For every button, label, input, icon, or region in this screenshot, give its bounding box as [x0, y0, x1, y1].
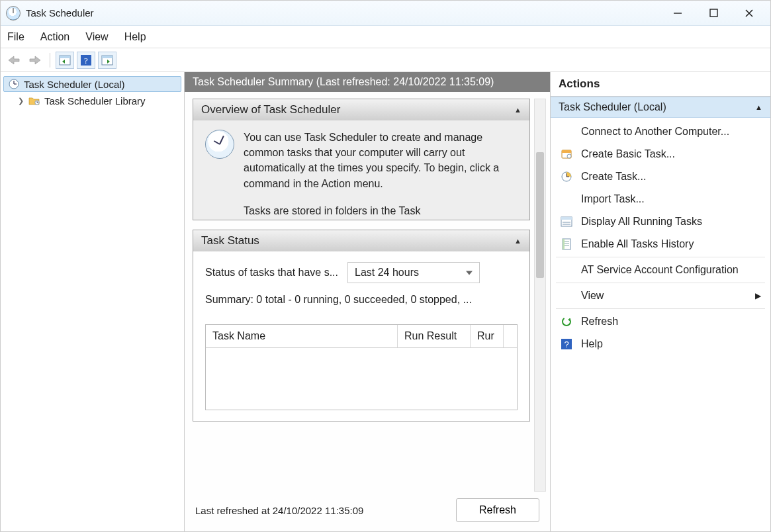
task-scheduler-window: Task Scheduler File Action View Help [0, 0, 771, 532]
actions-separator [556, 257, 765, 257]
timeframe-select[interactable]: Last 24 hours [347, 262, 480, 283]
status-filter-label: Status of tasks that have s... [205, 267, 338, 279]
task-scheduler-app-icon [6, 6, 21, 21]
overview-text-cut: Tasks are stored in folders in the Task [244, 203, 518, 218]
svg-rect-7 [60, 56, 70, 58]
last-refreshed-label: Last refreshed at 24/10/2022 11:35:09 [195, 505, 363, 516]
vertical-scrollbar[interactable] [534, 99, 546, 492]
window-controls [668, 4, 765, 22]
svg-marker-36 [568, 318, 570, 322]
close-button[interactable] [740, 4, 758, 22]
main-area: Task Scheduler (Local) ❯ Task Scheduler … [1, 72, 770, 531]
chevron-right-icon: ▶ [755, 291, 761, 300]
action-create-basic-task[interactable]: Create Basic Task... [551, 143, 770, 165]
actions-separator [556, 308, 765, 309]
action-label: Refresh [581, 316, 618, 328]
actions-scope-header[interactable]: Task Scheduler (Local) ▲ [551, 97, 770, 118]
collapse-icon: ▲ [514, 237, 522, 245]
center-footer: Last refreshed at 24/10/2022 11:35:09 Re… [185, 492, 550, 531]
actions-list: Connect to Another Computer... Create Ba… [551, 118, 770, 358]
task-status-title: Task Status [201, 234, 259, 247]
collapse-icon: ▲ [514, 106, 522, 114]
action-label: AT Service Account Configuration [581, 264, 739, 276]
tree-library[interactable]: ❯ Task Scheduler Library [15, 93, 181, 108]
panel-actions-icon [101, 55, 113, 66]
help-icon: ? [80, 54, 92, 66]
svg-point-22 [567, 154, 571, 158]
maximize-icon [709, 9, 718, 17]
svg-rect-1 [710, 9, 717, 17]
center-pane: Task Scheduler Summary (Last refreshed: … [185, 72, 551, 531]
center-body: Overview of Task Scheduler ▲ You can use… [185, 92, 550, 492]
nav-back-button[interactable] [5, 52, 23, 69]
nav-forward-button[interactable] [26, 52, 44, 69]
refresh-button[interactable]: Refresh [456, 498, 539, 522]
tree-library-label: Task Scheduler Library [44, 95, 146, 107]
actions-pane: Actions Task Scheduler (Local) ▲ Connect… [551, 72, 770, 531]
window-title: Task Scheduler [26, 7, 94, 19]
svg-marker-5 [30, 56, 40, 64]
overview-panel-title: Overview of Task Scheduler [201, 103, 340, 116]
svg-text:?: ? [564, 339, 568, 349]
console-tree: Task Scheduler (Local) ❯ Task Scheduler … [1, 72, 185, 531]
toolbar-show-hide-tree-button[interactable] [56, 52, 74, 69]
toolbar: ? [1, 48, 770, 72]
scrollbar-thumb[interactable] [536, 152, 544, 278]
task-status-body: Status of tasks that have s... Last 24 h… [193, 251, 529, 421]
task-status-table: Task Name Run Result Rur [205, 324, 518, 410]
expand-collapse-toggle[interactable]: ❯ [17, 97, 24, 105]
svg-text:?: ? [84, 56, 88, 66]
action-display-running[interactable]: Display All Running Tasks [551, 210, 770, 233]
overview-panel-header[interactable]: Overview of Task Scheduler ▲ [193, 99, 529, 120]
toolbar-help-button[interactable]: ? [77, 52, 95, 69]
history-icon [560, 238, 573, 251]
minimize-button[interactable] [668, 4, 687, 22]
action-label: Display All Running Tasks [581, 216, 702, 228]
tree-root-label: Task Scheduler (Local) [24, 79, 125, 90]
action-label: Import Task... [581, 193, 645, 205]
summary-header: Task Scheduler Summary (Last refreshed: … [185, 72, 550, 92]
overview-panel-body: You can use Task Scheduler to create and… [193, 120, 529, 220]
col-run[interactable]: Rur [471, 325, 504, 347]
running-tasks-icon [560, 215, 573, 228]
action-at-service[interactable]: AT Service Account Configuration [551, 259, 770, 281]
folder-icon [28, 95, 40, 107]
task-table-header: Task Name Run Result Rur [206, 325, 517, 348]
action-view[interactable]: View ▶ [551, 285, 770, 307]
actions-separator [556, 283, 765, 283]
help-icon: ? [560, 337, 573, 351]
menubar: File Action View Help [1, 26, 770, 48]
svg-rect-12 [102, 56, 113, 58]
svg-rect-27 [561, 217, 572, 220]
create-basic-task-icon [560, 148, 573, 161]
col-run-result[interactable]: Run Result [398, 325, 471, 347]
menu-help[interactable]: Help [124, 31, 146, 43]
arrow-right-icon [28, 55, 42, 66]
action-label: Create Task... [581, 171, 646, 183]
toolbar-show-hide-actions-button[interactable] [98, 52, 116, 69]
actions-scope-label: Task Scheduler (Local) [559, 101, 666, 113]
menu-file[interactable]: File [7, 31, 24, 43]
action-connect[interactable]: Connect to Another Computer... [551, 120, 770, 143]
action-refresh[interactable]: Refresh [551, 310, 770, 333]
svg-rect-21 [562, 150, 571, 153]
clock-icon [205, 130, 234, 159]
maximize-button[interactable] [704, 4, 723, 22]
task-status-header[interactable]: Task Status ▲ [193, 230, 529, 251]
svg-point-35 [563, 318, 570, 326]
svg-marker-4 [9, 56, 19, 64]
menu-action[interactable]: Action [40, 31, 69, 43]
tree-root[interactable]: Task Scheduler (Local) [3, 76, 181, 92]
menu-view[interactable]: View [85, 31, 108, 43]
panel-tree-icon [59, 55, 71, 66]
center-content: Overview of Task Scheduler ▲ You can use… [193, 99, 530, 492]
refresh-icon [560, 315, 573, 328]
action-enable-history[interactable]: Enable All Tasks History [551, 233, 770, 255]
col-task-name[interactable]: Task Name [206, 325, 398, 347]
toolbar-separator [50, 53, 50, 67]
action-label: Connect to Another Computer... [581, 126, 729, 138]
action-create-task[interactable]: Create Task... [551, 165, 770, 188]
action-help[interactable]: ? Help [551, 333, 770, 355]
action-import-task[interactable]: Import Task... [551, 188, 770, 210]
timeframe-value: Last 24 hours [355, 267, 419, 278]
